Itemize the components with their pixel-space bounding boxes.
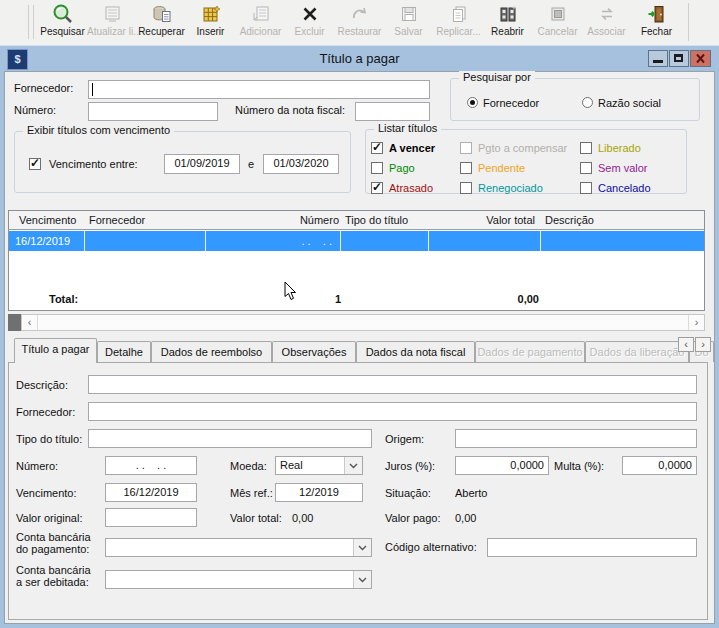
codigo-alternativo-input[interactable] [487, 538, 697, 557]
origem-input[interactable] [455, 429, 697, 448]
column-header-vencimento[interactable]: Vencimento [19, 214, 76, 226]
scroll-left-arrow[interactable]: ‹ [22, 315, 38, 330]
radio-razao-social[interactable] [582, 97, 593, 108]
inserir-button[interactable]: Inserir [186, 3, 235, 42]
toolbar-grip [28, 5, 34, 39]
reabrir-button[interactable]: Reabrir [483, 3, 532, 42]
checkbox-a-vencer[interactable] [371, 142, 383, 154]
checkbox-pago[interactable] [371, 162, 383, 174]
conta-pagamento-label-line2: do pagamento: [16, 543, 89, 555]
window-titlebar[interactable]: $ Título a pagar [0, 45, 719, 71]
vencimento-entre-checkbox[interactable] [29, 158, 41, 170]
close-button[interactable] [690, 50, 711, 67]
radio-fornecedor[interactable] [467, 97, 478, 108]
checkbox-liberado-label[interactable]: Liberado [598, 142, 641, 154]
date-to-input[interactable]: 01/03/2020 [263, 154, 339, 174]
checkbox-renegociado-label[interactable]: Renegociado [478, 182, 543, 194]
adicionar-button: Adicionar [236, 3, 285, 42]
checkbox-liberado[interactable] [580, 142, 592, 154]
descricao-input[interactable] [88, 375, 697, 394]
form-vencimento-input[interactable]: 16/12/2019 [105, 483, 197, 502]
radio-fornecedor-label[interactable]: Fornecedor [483, 97, 539, 109]
cell-descricao[interactable] [541, 231, 704, 251]
conta-pagamento-select[interactable] [105, 538, 372, 557]
chevron-down-icon[interactable] [344, 457, 362, 474]
codigo-alternativo-label: Código alternativo: [385, 541, 477, 553]
fornecedor-filter-label: Fornecedor: [14, 82, 73, 94]
valor-total-label: Valor total: [230, 512, 282, 524]
pesquisar-button[interactable]: Pesquisar [38, 3, 87, 42]
maximize-button[interactable] [669, 50, 689, 67]
minimize-button[interactable] [648, 50, 668, 67]
tab-dados-de-reembolso[interactable]: Dados de reembolso [151, 341, 272, 362]
moeda-select[interactable]: Real [275, 456, 363, 475]
insert-icon [186, 3, 235, 26]
cell-valor-total[interactable] [429, 231, 541, 251]
valor-pago-value: 0,00 [455, 512, 476, 524]
cell-vencimento[interactable]: 16/12/2019 [9, 231, 85, 251]
conta-pagamento-label-line1: Conta bancária [16, 531, 91, 543]
tab-dados-da-nota-fiscal[interactable]: Dados da nota fiscal [356, 341, 475, 362]
fechar-button[interactable]: Fechar [632, 3, 681, 42]
conta-debitada-label-line1: Conta bancária [16, 564, 91, 576]
excluir-button: Excluir [285, 3, 334, 42]
form-numero-input[interactable]: . . . . [105, 456, 197, 475]
horizontal-scrollbar[interactable]: ‹ › [21, 314, 705, 331]
numero-filter-input[interactable] [88, 102, 218, 121]
column-header-numero[interactable]: Número [249, 214, 339, 226]
cell-fornecedor[interactable] [85, 231, 206, 251]
date-from-input[interactable]: 01/09/2019 [164, 154, 240, 174]
selected-title-row[interactable]: 16/12/2019 . . . . [9, 231, 704, 251]
nota-fiscal-input[interactable] [355, 102, 430, 121]
checkbox-pendente-label[interactable]: Pendente [478, 162, 525, 174]
column-header-fornecedor[interactable]: Fornecedor [89, 214, 145, 226]
column-header-valor-total[interactable]: Valor total [449, 214, 535, 226]
recuperar-button[interactable]: Recuperar [137, 3, 186, 42]
toolbar: Pesquisar Atualizar li... Recuperar Inse… [0, 0, 719, 45]
multa-input[interactable]: 0,0000 [622, 456, 697, 475]
checkbox-atrasado[interactable] [371, 182, 383, 194]
group-title: Exibir títulos com vencimento [23, 124, 174, 136]
checkbox-sem-valor[interactable] [580, 162, 592, 174]
restore-icon [335, 3, 384, 26]
checkbox-pago-label[interactable]: Pago [389, 162, 415, 174]
restaurar-button: Restaurar [335, 3, 384, 42]
checkbox-pendente[interactable] [460, 162, 472, 174]
checkbox-renegociado[interactable] [460, 182, 472, 194]
valor-original-input[interactable] [105, 508, 197, 527]
chevron-down-icon[interactable] [353, 539, 371, 556]
column-header-tipo[interactable]: Tipo do título [345, 214, 408, 226]
checkbox-cancelado-label[interactable]: Cancelado [598, 182, 651, 194]
checkbox-a-vencer-label[interactable]: A vencer [389, 142, 435, 154]
cell-numero[interactable]: . . . . [206, 231, 341, 251]
tab-detalhe[interactable]: Detalhe [97, 341, 151, 362]
button-label: Excluir [285, 26, 334, 37]
checkbox-cancelado[interactable] [580, 182, 592, 194]
tab-scroll-right-button[interactable]: › [695, 337, 711, 352]
button-label: Replicar... [434, 26, 483, 37]
grid-corner-block [8, 314, 21, 331]
radio-razao-social-label[interactable]: Razão social [598, 97, 661, 109]
tab-scroll-left-button[interactable]: ‹ [678, 337, 694, 352]
juros-input[interactable]: 0,0000 [455, 456, 549, 475]
close-icon [691, 51, 710, 66]
checkbox-atrasado-label[interactable]: Atrasado [389, 182, 433, 194]
scroll-right-arrow[interactable]: › [688, 315, 704, 330]
mes-ref-input[interactable]: 12/2019 [275, 483, 363, 502]
tab-observacoes[interactable]: Observações [272, 341, 356, 362]
fornecedor-filter-input[interactable] [88, 80, 430, 99]
button-label: Recuperar [137, 26, 186, 37]
column-header-descricao[interactable]: Descrição [545, 214, 594, 226]
associar-button: Associar [582, 3, 631, 42]
form-fornecedor-input[interactable] [88, 402, 697, 421]
conta-debitada-select[interactable] [105, 570, 372, 589]
chevron-down-icon[interactable] [353, 571, 371, 588]
tab-titulo-a-pagar[interactable]: Título a pagar [14, 338, 97, 363]
juros-label: Juros (%): [385, 460, 435, 472]
vencimento-entre-label[interactable]: Vencimento entre: [49, 158, 138, 170]
button-label: Atualizar li... [87, 26, 136, 37]
checkbox-sem-valor-label[interactable]: Sem valor [598, 162, 648, 174]
text-caret [92, 83, 93, 96]
cell-tipo[interactable] [341, 231, 429, 251]
tipo-titulo-input[interactable] [88, 429, 372, 448]
